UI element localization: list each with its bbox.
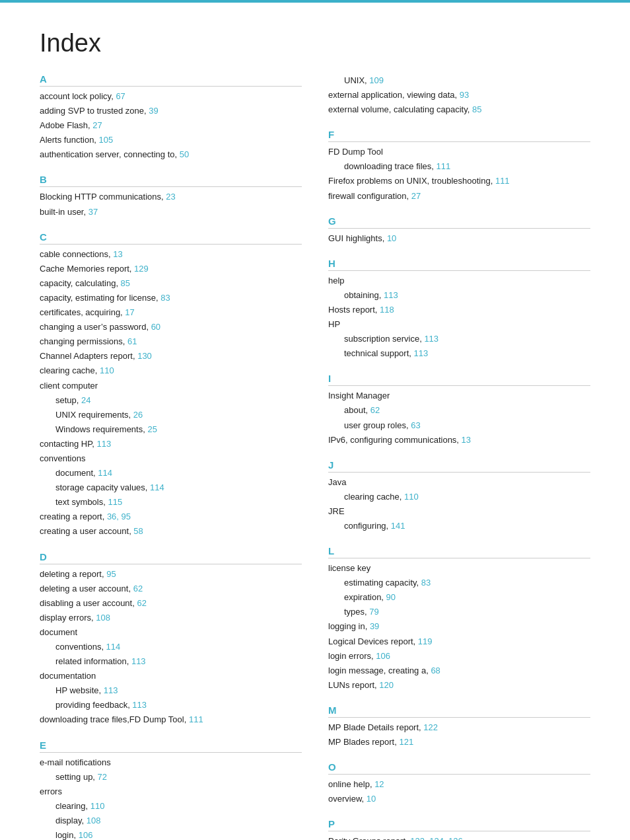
- index-entry: disabling a user account, 62: [40, 596, 302, 611]
- index-section: FFD Dump Tooldownloading trace files, 11…: [328, 129, 590, 203]
- entry-text: GUI highlights,: [328, 233, 387, 243]
- entry-text: client computer: [40, 381, 98, 391]
- entry-page: 113: [384, 290, 398, 300]
- index-entry: authentication server, connecting to, 50: [40, 147, 302, 162]
- entry-text: configuring,: [344, 521, 391, 531]
- entry-page: 61: [127, 336, 137, 346]
- entry-page: 36, 95: [107, 512, 131, 521]
- entry-page: 26: [133, 410, 143, 420]
- entry-page: 17: [125, 307, 134, 317]
- entry-page: 110: [404, 492, 419, 502]
- index-entry: contacting HP, 113: [40, 437, 302, 451]
- entry-text: technical support,: [344, 348, 414, 358]
- entry-text: MP Blade Details report,: [328, 722, 423, 732]
- entry-page: 110: [90, 801, 105, 811]
- entry-text: providing feedback,: [55, 700, 132, 710]
- entry-text: clearing cache,: [344, 492, 404, 502]
- entry-text: about,: [344, 405, 370, 415]
- index-entry: about, 62: [328, 403, 590, 418]
- entry-text: creating a report,: [40, 512, 107, 521]
- index-section: IInsight Managerabout, 62user group role…: [328, 373, 590, 447]
- entry-page: 113: [414, 348, 429, 358]
- entry-text: downloading trace files,: [344, 161, 436, 171]
- index-entry: external application, viewing data, 93: [328, 88, 590, 102]
- entry-page: 62: [370, 405, 380, 415]
- index-entry: storage capacity values, 114: [40, 480, 302, 495]
- entry-text: setup,: [55, 395, 81, 405]
- index-entry: documentation: [40, 669, 302, 683]
- index-entry: setting up, 72: [40, 770, 302, 784]
- index-entry: logging in, 39: [328, 619, 590, 634]
- entry-text: IPv6, configuring communications,: [328, 435, 462, 445]
- entry-page: 58: [133, 526, 143, 536]
- entry-text: display,: [55, 816, 87, 825]
- entry-page: 90: [386, 592, 396, 602]
- entry-page: 27: [411, 191, 421, 201]
- index-entry: overview, 10: [328, 792, 590, 806]
- index-entry: configuring, 141: [328, 519, 590, 533]
- index-entry: conventions, 114: [40, 640, 302, 654]
- entry-text: Hosts report,: [328, 305, 380, 315]
- index-entry: downloading trace files,FD Dump Tool, 11…: [40, 712, 302, 727]
- entry-text: changing permissions,: [40, 336, 127, 346]
- index-entry: e-mail notifications: [40, 755, 302, 770]
- index-entry: account lock policy, 67: [40, 89, 302, 104]
- section-letter: B: [40, 174, 302, 187]
- index-entry: deleting a user account, 62: [40, 582, 302, 596]
- index-entry: built-in user, 37: [40, 205, 302, 219]
- index-entry: HP website, 113: [40, 683, 302, 698]
- index-entry: MP Blade Details report, 122: [328, 720, 590, 735]
- index-entry: related information, 113: [40, 654, 302, 669]
- section-letter: C: [40, 231, 302, 245]
- index-entry: providing feedback, 113: [40, 698, 302, 712]
- entry-text: Java: [328, 477, 346, 487]
- entry-text: Channel Adapters report,: [40, 351, 137, 361]
- index-entry: Channel Adapters report, 130: [40, 349, 302, 363]
- index-entry: cable connections, 13: [40, 247, 302, 262]
- index-entry: document: [40, 625, 302, 640]
- index-entry: login, 106: [40, 828, 302, 840]
- page-title: Index: [40, 29, 590, 57]
- entry-text: creating a user account,: [40, 526, 133, 536]
- entry-text: UNIX,: [344, 75, 369, 85]
- entry-page: 114: [98, 468, 112, 478]
- index-entry: license key: [328, 561, 590, 576]
- entry-text: firewall configuration,: [328, 191, 411, 201]
- entry-text: UNIX requirements,: [55, 410, 133, 420]
- entry-text: clearing cache,: [40, 365, 100, 375]
- index-section: Hhelpobtaining, 113Hosts report, 118HPsu…: [328, 258, 590, 362]
- entry-page: 113: [131, 656, 146, 666]
- entry-page: 130: [137, 351, 152, 361]
- index-section: Aaccount lock policy, 67adding SVP to tr…: [40, 73, 302, 162]
- entry-page: 115: [108, 497, 122, 507]
- index-entry: capacity, estimating for license, 83: [40, 291, 302, 305]
- entry-page: 67: [116, 91, 125, 101]
- entry-text: text symbols,: [55, 497, 108, 507]
- entry-text: HP: [328, 319, 340, 329]
- entry-text: HP website,: [55, 685, 104, 695]
- index-section: JJavaclearing cache, 110JREconfiguring, …: [328, 459, 590, 533]
- entry-text: login message, creating a,: [328, 666, 431, 675]
- entry-page: 119: [418, 636, 433, 646]
- page-container: Index Aaccount lock policy, 67adding SVP…: [0, 3, 630, 840]
- entry-page: 129: [134, 264, 149, 274]
- entry-text: conventions: [40, 453, 85, 463]
- entry-page: 10: [367, 794, 376, 804]
- section-letter: F: [328, 129, 590, 142]
- entry-page: 24: [81, 395, 90, 405]
- entry-page: 108: [87, 816, 101, 825]
- index-entry: clearing cache, 110: [328, 490, 590, 504]
- index-entry: conventions: [40, 451, 302, 466]
- entry-text: errors: [40, 786, 62, 796]
- entry-text: user group roles,: [344, 420, 411, 430]
- index-entry: user group roles, 63: [328, 418, 590, 433]
- index-entry: Adobe Flash, 27: [40, 118, 302, 133]
- index-entry: text symbols, 115: [40, 495, 302, 510]
- index-section: Ee-mail notificationssetting up, 72error…: [40, 740, 302, 840]
- index-entry: clearing, 110: [40, 799, 302, 814]
- index-entry: Cache Memories report, 129: [40, 262, 302, 276]
- entry-text: help: [328, 276, 345, 286]
- index-entry: help: [328, 274, 590, 288]
- entry-text: deleting a user account,: [40, 584, 133, 593]
- entry-text: e-mail notifications: [40, 757, 111, 767]
